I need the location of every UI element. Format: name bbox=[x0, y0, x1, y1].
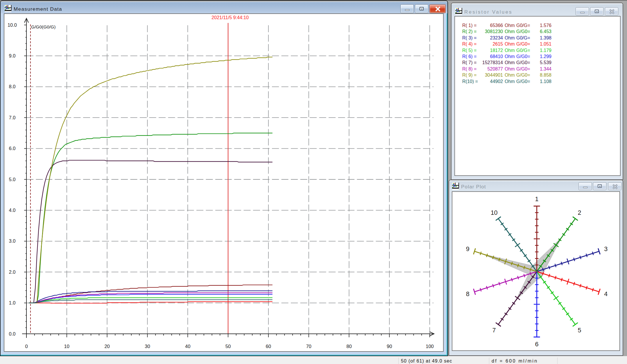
svg-text:10: 10 bbox=[491, 209, 498, 216]
svg-text:30: 30 bbox=[145, 344, 150, 349]
svg-text:8.0: 8.0 bbox=[9, 84, 16, 89]
svg-text:50: 50 bbox=[225, 344, 231, 349]
svg-text:2: 2 bbox=[578, 209, 581, 216]
svg-text:2.0: 2.0 bbox=[9, 269, 16, 275]
svg-text:20: 20 bbox=[104, 344, 110, 349]
svg-text:3.0: 3.0 bbox=[9, 238, 16, 244]
svg-text:3: 3 bbox=[604, 246, 608, 253]
svg-text:4.0: 4.0 bbox=[9, 208, 16, 213]
svg-text:7: 7 bbox=[492, 327, 496, 334]
svg-text:90: 90 bbox=[387, 344, 392, 349]
svg-text:6: 6 bbox=[535, 341, 539, 348]
svg-text:1: 1 bbox=[535, 196, 539, 203]
svg-text:1.0: 1.0 bbox=[9, 300, 16, 305]
svg-text:4: 4 bbox=[604, 291, 608, 298]
svg-text:6.0: 6.0 bbox=[9, 146, 16, 151]
svg-text:10: 10 bbox=[64, 344, 69, 349]
svg-text:8: 8 bbox=[466, 291, 470, 298]
svg-text:9: 9 bbox=[466, 246, 470, 253]
svg-text:40: 40 bbox=[185, 344, 190, 349]
svg-text:5: 5 bbox=[578, 327, 581, 334]
svg-text:60: 60 bbox=[266, 344, 271, 349]
svg-text:G/G0(G0/G): G/G0(G0/G) bbox=[31, 24, 55, 29]
svg-text:7.0: 7.0 bbox=[9, 115, 16, 120]
svg-text:0: 0 bbox=[25, 344, 28, 349]
svg-text:80: 80 bbox=[346, 344, 352, 349]
svg-text:0.0: 0.0 bbox=[9, 331, 16, 336]
svg-text:5.0: 5.0 bbox=[9, 177, 16, 182]
svg-text:2021/11/5 9:44:10: 2021/11/5 9:44:10 bbox=[212, 15, 249, 20]
svg-text:10.0: 10.0 bbox=[8, 22, 17, 28]
svg-text:100: 100 bbox=[426, 344, 434, 349]
svg-text:9.0: 9.0 bbox=[9, 53, 16, 58]
svg-text:70: 70 bbox=[306, 344, 311, 349]
